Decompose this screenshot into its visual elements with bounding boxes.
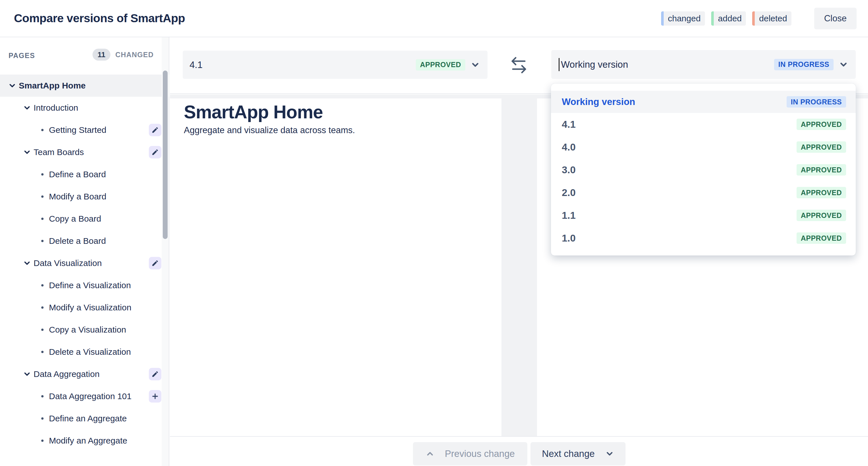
version-dropdown-menu: Working version IN PROGRESS 4.1 APPROVED… — [551, 84, 856, 255]
left-version-name: 4.1 — [189, 59, 203, 70]
bullet-icon — [38, 126, 47, 134]
legend-added: added — [711, 11, 746, 26]
previous-change-button[interactable]: Previous change — [413, 442, 527, 465]
tree-item-define-an-aggregate[interactable]: Define an Aggregate — [0, 407, 169, 430]
tree-item-label: Define an Aggregate — [49, 414, 127, 423]
dropdown-item-1-1[interactable]: 1.1 APPROVED — [551, 204, 856, 227]
tree-item-label: Delete a Board — [49, 236, 106, 246]
left-version-content-panel — [170, 98, 501, 436]
bullet-icon — [38, 215, 47, 223]
dropdown-item-working-version[interactable]: Working version IN PROGRESS — [551, 91, 856, 113]
page-content: SmartApp Home Aggregate and visualize da… — [184, 102, 355, 135]
previous-change-label: Previous change — [445, 448, 515, 459]
dropdown-item-2-0[interactable]: 2.0 APPROVED — [551, 181, 856, 204]
tree-item-define-a-visualization[interactable]: Define a Visualization — [0, 274, 169, 297]
tree-item-modify-a-visualization[interactable]: Modify a Visualization — [0, 297, 169, 319]
dropdown-item-1-0[interactable]: 1.0 APPROVED — [551, 227, 856, 249]
close-button[interactable]: Close — [814, 8, 857, 29]
tree-item-label: Copy a Visualization — [49, 325, 126, 335]
changed-counter: 11 CHANGED — [92, 49, 154, 61]
tree-item-label: Data Aggregation — [34, 369, 100, 379]
page-title: Compare versions of SmartApp — [14, 12, 185, 25]
dropdown-item-name: 3.0 — [562, 164, 576, 176]
tree-item-label: Getting Started — [49, 125, 106, 135]
text-cursor — [559, 58, 559, 71]
bullet-icon — [38, 392, 47, 401]
changed-color-swatch — [661, 11, 664, 26]
legend-changed-label: changed — [664, 11, 705, 26]
left-version-selector[interactable]: 4.1 APPROVED — [183, 51, 488, 79]
tree-item-delete-a-board[interactable]: Delete a Board — [0, 230, 169, 252]
content-title: SmartApp Home — [184, 102, 355, 122]
bullet-icon — [38, 303, 47, 312]
chevron-down-icon[interactable] — [23, 370, 31, 378]
status-badge: APPROVED — [797, 142, 846, 153]
legend-added-label: added — [714, 11, 746, 26]
chevron-down-icon[interactable] — [8, 81, 17, 90]
chevron-down-icon — [839, 60, 848, 69]
legend-changed: changed — [661, 11, 705, 26]
tree-item-data-aggregation-101[interactable]: Data Aggregation 101 — [0, 385, 169, 407]
tree-item-introduction[interactable]: Introduction — [0, 97, 169, 119]
changed-count-badge: 11 — [92, 49, 111, 61]
page-tree: SmartApp Home Introduction Getting Start… — [0, 74, 169, 452]
sidebar-scrollbar[interactable] — [163, 70, 167, 239]
bullet-icon — [38, 348, 47, 356]
dropdown-item-name: 1.1 — [562, 210, 576, 221]
app-header: Compare versions of SmartApp changed add… — [0, 0, 868, 37]
tree-item-delete-a-visualization[interactable]: Delete a Visualization — [0, 341, 169, 363]
tree-item-smartapp-home[interactable]: SmartApp Home — [0, 74, 169, 97]
right-version-name: Working version — [561, 59, 628, 70]
edited-badge — [149, 146, 161, 158]
right-version-selector[interactable]: Working version IN PROGRESS — [551, 50, 856, 79]
tree-item-modify-an-aggregate[interactable]: Modify an Aggregate — [0, 430, 169, 452]
chevron-down-icon — [470, 60, 480, 70]
deleted-color-swatch — [752, 11, 755, 26]
tree-item-define-a-board[interactable]: Define a Board — [0, 163, 169, 185]
pages-panel-label: PAGES — [8, 52, 35, 60]
tree-item-label: Team Boards — [34, 147, 84, 157]
tree-item-copy-a-board[interactable]: Copy a Board — [0, 208, 169, 230]
tree-item-label: Modify a Board — [49, 192, 106, 201]
bullet-icon — [38, 414, 47, 423]
tree-item-team-boards[interactable]: Team Boards — [0, 141, 169, 163]
tree-item-label: Data Visualization — [34, 258, 102, 268]
dropdown-item-3-0[interactable]: 3.0 APPROVED — [551, 158, 856, 181]
chevron-down-icon[interactable] — [23, 148, 31, 156]
tree-item-label: Define a Board — [49, 169, 106, 179]
pages-sidebar: PAGES 11 CHANGED SmartApp Home Introduct… — [0, 37, 169, 466]
chevron-down-icon[interactable] — [23, 103, 31, 112]
tree-item-label: Define a Visualization — [49, 281, 131, 290]
bullet-icon — [38, 192, 47, 201]
edited-badge — [149, 368, 161, 380]
tree-item-getting-started[interactable]: Getting Started — [0, 119, 169, 141]
status-badge: IN PROGRESS — [786, 96, 846, 107]
changed-count-label: CHANGED — [115, 51, 154, 59]
next-change-button[interactable]: Next change — [530, 442, 625, 465]
tree-item-label: Copy a Board — [49, 214, 101, 224]
dropdown-item-4-1[interactable]: 4.1 APPROVED — [551, 113, 856, 136]
bullet-icon — [38, 325, 47, 334]
tree-item-copy-a-visualization[interactable]: Copy a Visualization — [0, 319, 169, 341]
tree-item-label: Modify a Visualization — [49, 303, 131, 312]
bullet-icon — [38, 170, 47, 179]
status-badge: APPROVED — [797, 164, 846, 176]
dropdown-item-name: 4.1 — [562, 119, 576, 130]
chevron-down-icon[interactable] — [23, 259, 31, 268]
tree-item-data-visualization[interactable]: Data Visualization — [0, 252, 169, 274]
edited-badge — [149, 124, 161, 136]
content-subtitle: Aggregate and visualize data across team… — [184, 125, 355, 135]
bullet-icon — [38, 436, 47, 445]
dropdown-item-name: 1.0 — [562, 232, 576, 244]
dropdown-item-4-0[interactable]: 4.0 APPROVED — [551, 136, 856, 158]
tree-item-label: SmartApp Home — [19, 81, 86, 90]
status-badge: APPROVED — [416, 59, 465, 70]
dropdown-item-name: 4.0 — [562, 142, 576, 153]
status-badge: APPROVED — [797, 232, 846, 244]
chevron-up-icon — [426, 449, 435, 458]
legend-deleted: deleted — [752, 11, 791, 26]
status-badge: APPROVED — [797, 210, 846, 221]
tree-item-modify-a-board[interactable]: Modify a Board — [0, 185, 169, 208]
tree-item-data-aggregation[interactable]: Data Aggregation — [0, 363, 169, 385]
dropdown-item-name: 2.0 — [562, 187, 576, 198]
